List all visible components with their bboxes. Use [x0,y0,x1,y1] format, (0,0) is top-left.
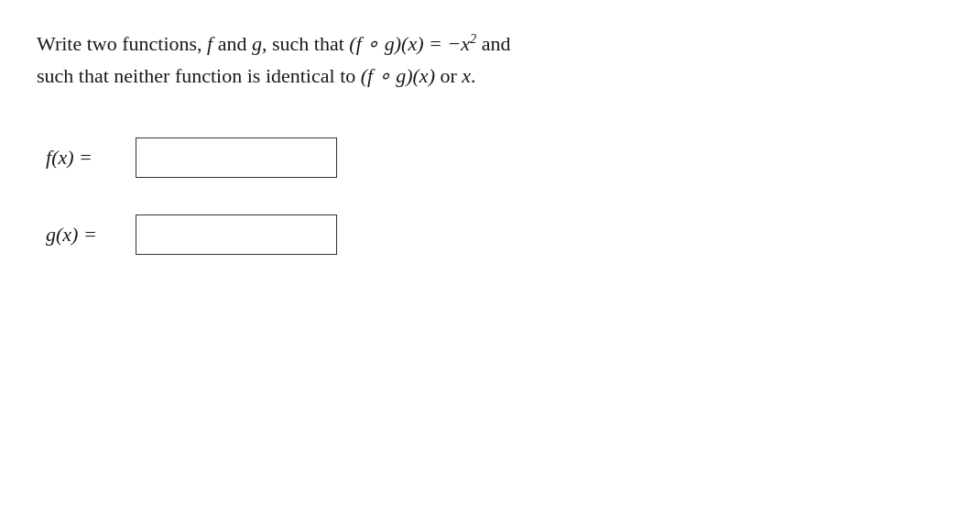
f-input-row: f(x) = [46,138,943,178]
g-input[interactable] [136,214,337,255]
f-input[interactable] [136,138,337,178]
x-variable: x [462,64,471,87]
line2: such that neither function is identical … [37,64,476,87]
line1: Write two functions, f and g, such that … [37,32,510,55]
g-input-row: g(x) = [46,214,943,255]
problem-text: Write two functions, f and g, such that … [37,28,943,92]
composition-expression-1: (f ∘ g)(x) = −x2 [349,32,476,55]
inputs-container: f(x) = g(x) = [37,138,943,255]
g-label: g(x) = [46,223,128,247]
f-label: f(x) = [46,146,128,170]
main-container: Write two functions, f and g, such that … [37,28,943,255]
composition-expression-2: (f ∘ g)(x) [361,64,435,87]
f-variable: f [207,32,212,55]
g-variable: g [252,32,262,55]
